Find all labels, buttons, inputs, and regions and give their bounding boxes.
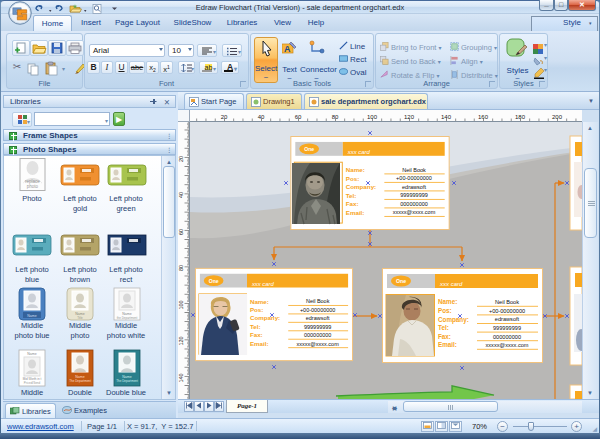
svg-text:40: 40	[258, 114, 265, 120]
svg-text:100: 100	[178, 300, 184, 309]
svg-text:60: 60	[295, 114, 302, 120]
svg-text:Title: Title	[77, 316, 83, 320]
svg-text:Name: Name	[27, 314, 36, 318]
svg-text:20: 20	[178, 156, 184, 162]
svg-text:80: 80	[178, 265, 184, 271]
svg-text:A: A	[284, 44, 291, 54]
svg-text:photo: photo	[27, 184, 39, 189]
svg-text:80: 80	[332, 114, 339, 120]
svg-text:120: 120	[178, 336, 184, 345]
svg-text:160: 160	[478, 114, 489, 120]
svg-text:100: 100	[367, 114, 378, 120]
svg-text:20: 20	[221, 114, 228, 120]
svg-text:The Department: The Department	[69, 379, 91, 383]
svg-text:180: 180	[515, 114, 526, 120]
svg-text:The Department: The Department	[116, 379, 138, 383]
svg-text:the Department: the Department	[117, 316, 138, 320]
svg-text:60: 60	[178, 229, 184, 235]
svg-text:140: 140	[441, 114, 452, 120]
svg-text:Priced/Send: Priced/Send	[24, 381, 41, 385]
svg-text:200: 200	[552, 114, 563, 120]
svg-text:120: 120	[404, 114, 415, 120]
svg-text:Name: Name	[27, 352, 36, 356]
svg-text:40: 40	[178, 192, 184, 198]
svg-text:140: 140	[178, 373, 184, 382]
